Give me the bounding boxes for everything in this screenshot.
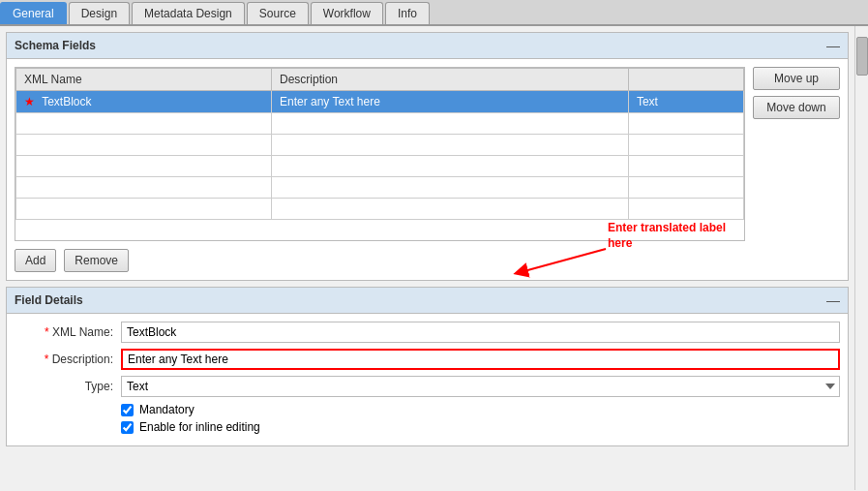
schema-fields-title: Schema Fields	[15, 39, 96, 52]
inline-editing-label: Enable for inline editing	[139, 420, 260, 434]
table-row-empty-3	[16, 156, 744, 177]
move-up-button[interactable]: Move up	[753, 67, 840, 90]
add-button[interactable]: Add	[15, 249, 56, 272]
type-row: Type: Text Integer Boolean Date	[15, 376, 840, 397]
cell-description: Enter any Text here	[272, 91, 629, 113]
table-scroll-area[interactable]: XML Name Description ★	[15, 67, 745, 241]
scroll-thumb[interactable]	[856, 37, 868, 76]
cell-type: Text	[628, 91, 743, 113]
tab-design[interactable]: Design	[69, 2, 130, 24]
description-input[interactable]	[121, 349, 840, 370]
tab-info[interactable]: Info	[385, 2, 430, 24]
table-row-empty-4	[16, 177, 744, 199]
tab-source[interactable]: Source	[247, 2, 309, 24]
tab-bar: General Design Metadata Design Source Wo…	[0, 0, 868, 26]
table-row-empty-2	[16, 135, 744, 156]
table-header-row: XML Name Description	[16, 69, 744, 91]
field-details-panel: Field Details — * XML Name: * Descriptio…	[6, 287, 849, 446]
outer-scrollbar[interactable]	[854, 26, 868, 490]
table-row-empty-1	[16, 113, 744, 135]
col-header-description: Description	[272, 69, 629, 91]
type-select[interactable]: Text Integer Boolean Date	[121, 376, 840, 397]
field-details-collapse[interactable]: —	[826, 292, 840, 308]
content-area: Schema Fields — XML Name Description	[0, 26, 854, 490]
tab-metadata-design[interactable]: Metadata Design	[132, 2, 245, 24]
field-details-header: Field Details —	[7, 288, 848, 314]
inline-editing-row: Enable for inline editing	[15, 420, 840, 434]
schema-fields-body: XML Name Description ★	[7, 59, 848, 280]
schema-table: XML Name Description ★	[15, 68, 744, 220]
inline-editing-checkbox[interactable]	[121, 421, 134, 434]
move-down-button[interactable]: Move down	[753, 96, 840, 119]
schema-fields-collapse[interactable]: —	[826, 38, 840, 53]
mandatory-checkbox[interactable]	[121, 404, 134, 416]
schema-container: XML Name Description ★	[15, 67, 840, 272]
schema-fields-header: Schema Fields —	[7, 33, 848, 59]
field-details-title: Field Details	[15, 293, 83, 307]
xml-name-row: * XML Name:	[15, 322, 840, 343]
type-label: Type:	[15, 380, 121, 393]
description-label: * Description:	[15, 353, 121, 366]
col-header-type	[628, 69, 743, 91]
remove-button[interactable]: Remove	[64, 249, 129, 272]
mandatory-label: Mandatory	[139, 403, 195, 416]
move-buttons: Move up Move down	[753, 67, 840, 272]
action-buttons: Add Remove	[15, 249, 745, 272]
xml-name-input[interactable]	[121, 322, 840, 343]
required-star-desc: *	[45, 353, 49, 366]
table-row-empty-5	[16, 199, 744, 220]
col-header-xml-name: XML Name	[16, 69, 272, 91]
tab-workflow[interactable]: Workflow	[311, 2, 383, 24]
required-star-xml: *	[45, 325, 49, 339]
row-required-icon: ★	[24, 95, 35, 108]
table-area: XML Name Description ★	[15, 67, 745, 272]
table-row[interactable]: ★ TextBlock Enter any Text here Text	[16, 91, 744, 113]
tab-general[interactable]: General	[0, 2, 67, 24]
main-area: Schema Fields — XML Name Description	[0, 26, 868, 490]
field-details-body: * XML Name: * Description: Type:	[7, 314, 848, 445]
xml-name-label: * XML Name:	[15, 325, 121, 339]
cell-xml-name: ★ TextBlock	[16, 91, 272, 113]
description-row: * Description:	[15, 349, 840, 370]
mandatory-row: Mandatory	[15, 403, 840, 416]
schema-fields-panel: Schema Fields — XML Name Description	[6, 32, 849, 281]
